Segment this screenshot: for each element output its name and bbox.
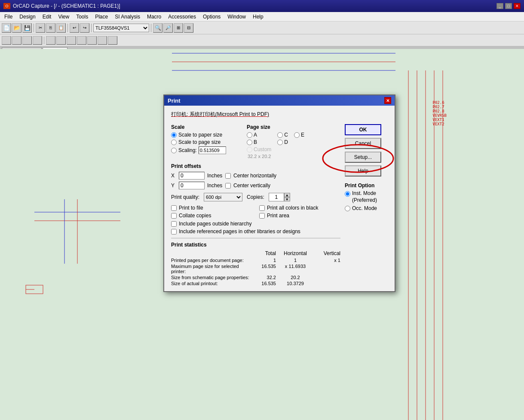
collate-checkbox[interactable] — [171, 213, 177, 219]
copies-input[interactable] — [269, 193, 284, 201]
ps-e-label: E — [301, 132, 304, 138]
zoom-out-button[interactable]: 🔎 — [163, 23, 173, 33]
tb2-btn-7[interactable] — [67, 36, 76, 45]
menu-options[interactable]: Options — [199, 13, 224, 21]
collate-item: Collate copies — [171, 213, 252, 219]
print-all-colors-label: Print all colors in black — [267, 205, 318, 211]
print-all-colors-checkbox[interactable] — [259, 205, 265, 211]
menu-design[interactable]: Design — [16, 13, 39, 21]
dialog-main-layout: Scale Scale to paper size Scale to page … — [171, 124, 388, 286]
menu-file[interactable]: File — [1, 13, 16, 21]
component-dropdown[interactable]: TLF35584QVS1 — [93, 24, 149, 32]
center-v-label: Center vertically — [233, 183, 270, 189]
menu-tools[interactable]: Tools — [73, 13, 92, 21]
copies-down-button[interactable]: ▼ — [284, 197, 290, 201]
ps-e-radio[interactable] — [294, 132, 300, 138]
ps-custom-radio[interactable] — [247, 147, 252, 152]
collate-label: Collate copies — [179, 213, 211, 219]
menu-help[interactable]: Help — [249, 13, 267, 21]
tb2-btn-3[interactable] — [22, 36, 32, 45]
tb2-btn-6[interactable] — [56, 36, 66, 45]
copies-spinbox: ▲ ▼ — [269, 193, 290, 201]
occ-mode-item: Occ. Mode — [345, 205, 388, 211]
zoom-selection-button[interactable]: ⊟ — [184, 23, 193, 33]
menu-place[interactable]: Place — [92, 13, 111, 21]
cut-button[interactable]: ✂ — [36, 23, 45, 33]
print-area-checkbox[interactable] — [259, 213, 265, 219]
dialog-close-button[interactable]: ✕ — [384, 97, 391, 104]
menu-edit[interactable]: Edit — [39, 13, 55, 21]
scale-paper-radio[interactable] — [171, 132, 177, 138]
scale-page-radio[interactable] — [171, 140, 177, 145]
save-button[interactable]: 💾 — [22, 23, 32, 33]
toolbar-2 — [0, 34, 524, 46]
include-outside-checkbox[interactable] — [171, 221, 177, 227]
redo-button[interactable]: ↪ — [80, 23, 89, 33]
tb2-btn-1[interactable] — [2, 36, 11, 45]
zoom-in-button[interactable]: 🔍 — [153, 23, 162, 33]
quality-label: Print quality: — [171, 194, 199, 200]
ps-d-radio[interactable] — [277, 140, 283, 145]
tb2-btn-4[interactable] — [33, 36, 42, 45]
menu-si-analysis[interactable]: SI Analysis — [111, 13, 144, 21]
cancel-button[interactable]: Cancel — [345, 138, 381, 149]
y-label: Y — [171, 183, 176, 189]
center-v-checkbox[interactable] — [225, 183, 231, 189]
undo-button[interactable]: ↩ — [70, 23, 79, 33]
ps-a-radio[interactable] — [247, 132, 252, 138]
menu-macro[interactable]: Macro — [144, 13, 165, 21]
print-to-file-label: Print to file — [179, 205, 203, 211]
copies-spin-buttons: ▲ ▼ — [284, 193, 290, 201]
scaling-input[interactable] — [199, 146, 226, 154]
quality-select[interactable]: 600 dpi 300 dpi 150 dpi — [204, 193, 242, 201]
ps-b-radio[interactable] — [247, 140, 252, 145]
x-offset-input[interactable] — [179, 172, 205, 180]
offsets-label: Print offsets — [171, 163, 340, 169]
ok-button[interactable]: OK — [345, 124, 381, 135]
ps-c-radio[interactable] — [277, 132, 283, 138]
tb2-btn-2[interactable] — [12, 36, 21, 45]
new-button[interactable]: 📄 — [2, 23, 11, 33]
center-h-checkbox[interactable] — [225, 173, 231, 179]
app-icon: O — [3, 3, 10, 9]
occ-mode-radio[interactable] — [345, 206, 350, 211]
inst-mode-radio[interactable] — [345, 191, 350, 197]
menu-accessories[interactable]: Accessories — [165, 13, 199, 21]
tb2-btn-8[interactable] — [77, 36, 86, 45]
stat-row-1: Printed pages per document page: 1 1 x 1 — [171, 258, 340, 263]
close-button[interactable]: ✕ — [514, 3, 521, 9]
ps-d-label: D — [284, 139, 288, 145]
copy-button[interactable]: ⎘ — [46, 23, 55, 33]
copies-up-button[interactable]: ▲ — [284, 193, 290, 197]
tb2-btn-11[interactable] — [108, 36, 117, 45]
checkboxes-grid: Print to file Print all colors in black … — [171, 205, 340, 219]
toolbar-separator-4 — [151, 24, 151, 32]
print-area-label: Print area — [267, 213, 289, 219]
menu-view[interactable]: View — [55, 13, 73, 21]
scaling-radio[interactable] — [171, 148, 177, 153]
setup-button[interactable]: Setup... — [345, 152, 381, 163]
include-referenced-checkbox[interactable] — [171, 229, 177, 234]
print-all-colors-item: Print all colors in black — [259, 205, 340, 211]
menu-window[interactable]: Window — [224, 13, 249, 21]
printer-info: 打印机: 系统打印机(Microsoft Print to PDF) — [171, 111, 388, 118]
stat-row-3: Size from schematic page properties: 32.… — [171, 275, 340, 280]
paste-button[interactable]: 📋 — [56, 23, 66, 33]
y-offset-input[interactable] — [179, 182, 205, 189]
include-referenced-item: Include referenced pages in other librar… — [171, 228, 340, 234]
tb2-btn-9[interactable] — [87, 36, 97, 45]
maximize-button[interactable]: □ — [505, 3, 512, 9]
open-button[interactable]: 📂 — [12, 23, 21, 33]
ps-e-item: E — [294, 132, 304, 138]
minimize-button[interactable]: _ — [496, 3, 503, 9]
ps-b-label: B — [254, 139, 257, 145]
print-to-file-checkbox[interactable] — [171, 205, 177, 211]
zoom-fit-button[interactable]: ⊞ — [174, 23, 183, 33]
tb2-btn-5[interactable] — [46, 36, 55, 45]
tb2-btn-10[interactable] — [98, 36, 107, 45]
schematic-label-p02: P02.6P02.7P02.8VEVRSBVEXT1VEXT2 — [432, 100, 447, 126]
help-button[interactable]: Help — [345, 165, 381, 177]
include-referenced-label: Include referenced pages in other librar… — [179, 228, 300, 234]
statistics-label: Print statistics — [171, 242, 340, 248]
page-size-grid: A C E B — [247, 132, 304, 159]
